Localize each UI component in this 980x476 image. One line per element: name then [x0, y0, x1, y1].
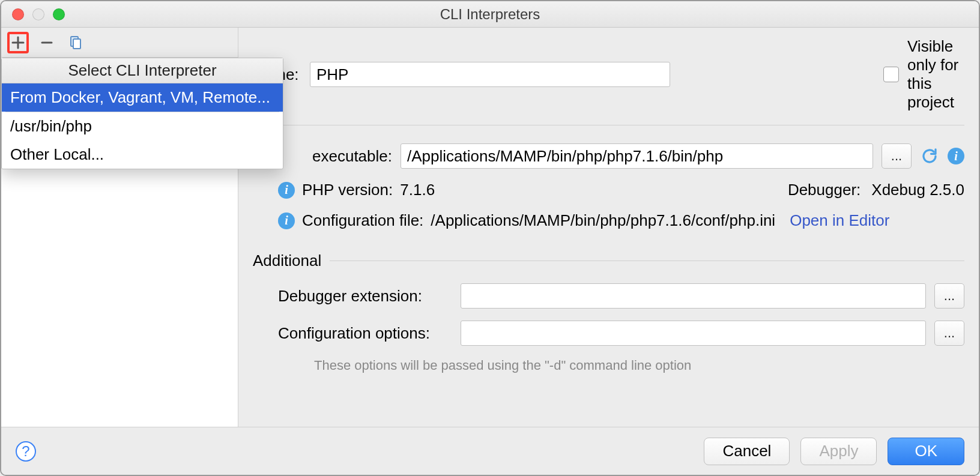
additional-title: Additional [253, 252, 321, 270]
popup-item-other-local[interactable]: Other Local... [2, 140, 283, 169]
window-title: CLI Interpreters [1, 6, 979, 23]
visible-only-label: Visible only for this project [907, 37, 964, 112]
remove-button[interactable] [36, 32, 58, 53]
copy-icon [68, 35, 83, 50]
executable-label: executable: [278, 147, 392, 166]
help-button[interactable]: ? [16, 441, 36, 462]
select-interpreter-popup: Select CLI Interpreter From Docker, Vagr… [1, 58, 283, 169]
add-button[interactable] [7, 32, 29, 53]
window: CLI Interpreters Select CLI Interpreter … [0, 0, 980, 476]
popup-item-usr-bin-php[interactable]: /usr/bin/php [2, 112, 283, 140]
minus-icon [40, 36, 53, 49]
sidebar-toolbar [1, 28, 238, 58]
debugger-extension-input[interactable] [461, 283, 926, 309]
executable-row: executable: ... i [278, 143, 964, 169]
configuration-file-label: Configuration file: [302, 211, 423, 230]
main-panel: Name: Visible only for this project exec… [238, 28, 979, 427]
configuration-options-row: Configuration options: ... [278, 321, 964, 346]
browse-debugger-extension-button[interactable]: ... [934, 283, 964, 309]
php-version-value: 7.1.6 [400, 181, 435, 199]
debugger-extension-row: Debugger extension: ... [278, 283, 964, 309]
executable-input[interactable] [401, 143, 873, 169]
sidebar: Select CLI Interpreter From Docker, Vagr… [1, 28, 238, 427]
additional-section: Debugger extension: ... Configuration op… [278, 283, 964, 373]
plus-icon [11, 36, 25, 49]
php-version-row: i PHP version: 7.1.6 Debugger: Xdebug 2.… [278, 181, 964, 199]
popup-title: Select CLI Interpreter [2, 58, 283, 83]
configuration-options-label: Configuration options: [278, 324, 452, 343]
help-icon: ? [22, 443, 29, 460]
cancel-button[interactable]: Cancel [704, 438, 790, 465]
configuration-options-hint: These options will be passed using the "… [314, 358, 964, 373]
popup-item-docker-remote[interactable]: From Docker, Vagrant, VM, Remote... [2, 83, 283, 112]
refresh-icon [921, 147, 939, 165]
separator [253, 125, 964, 125]
name-input[interactable] [310, 62, 670, 87]
configuration-file-row: i Configuration file: /Applications/MAMP… [278, 211, 964, 230]
body: Select CLI Interpreter From Docker, Vagr… [1, 28, 979, 427]
additional-section-header: Additional [253, 252, 964, 270]
info-icon[interactable]: i [948, 148, 964, 164]
reload-button[interactable] [920, 146, 939, 166]
visible-only-checkbox-group: Visible only for this project [883, 37, 964, 112]
browse-executable-button[interactable]: ... [882, 143, 912, 169]
name-row: Name: Visible only for this project [253, 37, 964, 112]
debugger-extension-label: Debugger extension: [278, 287, 452, 306]
apply-button[interactable]: Apply [800, 438, 877, 465]
footer: ? Cancel Apply OK [1, 427, 979, 475]
info-icon: i [278, 212, 295, 229]
debugger-value: Xdebug 2.5.0 [871, 181, 964, 199]
info-icon: i [278, 182, 295, 199]
edit-configuration-options-button[interactable]: ... [934, 321, 964, 346]
debugger-label: Debugger: [788, 181, 861, 199]
titlebar: CLI Interpreters [1, 1, 979, 28]
configuration-file-value: /Applications/MAMP/bin/php/php7.1.6/conf… [431, 211, 775, 230]
php-version-label: PHP version: [302, 181, 393, 199]
configuration-options-input[interactable] [461, 321, 926, 346]
general-section: executable: ... i i PHP version: 7.1.6 D… [278, 143, 964, 230]
svg-rect-1 [73, 39, 80, 49]
open-in-editor-link[interactable]: Open in Editor [790, 211, 889, 230]
ok-button[interactable]: OK [888, 438, 964, 465]
visible-only-checkbox[interactable] [883, 67, 899, 82]
copy-button[interactable] [65, 32, 86, 53]
